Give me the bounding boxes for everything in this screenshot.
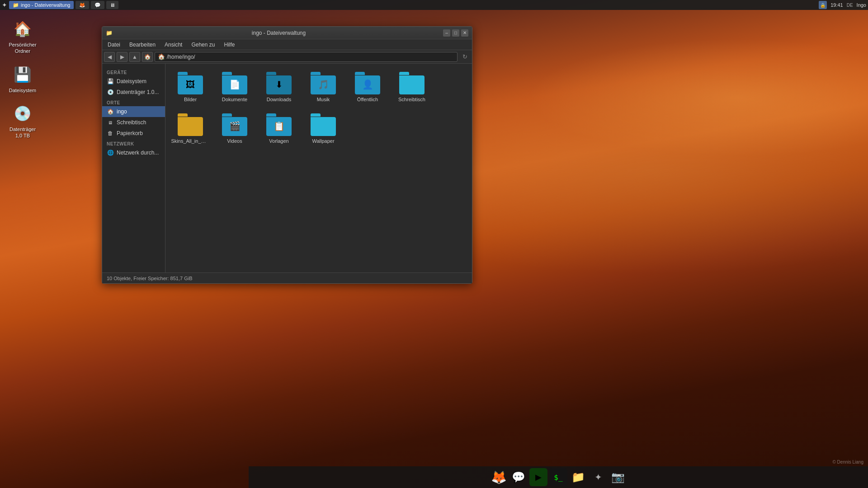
sidebar-item-datentræger[interactable]: 💿 Datenträger 1.0... [102,87,165,98]
tray-icon-1[interactable]: 🦊 [75,1,89,9]
sidebar-section-geraete: GERÄTE [102,67,165,76]
sidebar: GERÄTE 💾 Dateisystem 💿 Datenträger 1.0..… [102,64,165,272]
skins-folder-overlay [178,116,203,136]
folder-bilder[interactable]: 🖼 Bilder [170,68,211,106]
drive-label: Datenträger1,0 TB [9,126,36,139]
status-text: 10 Objekte, Freier Speicher: 851,7 GiB [107,276,193,281]
sidebar-item-ingo[interactable]: 🏠 ingo [102,106,165,117]
skins-label: Skins_All_in_One [171,138,210,144]
schreibtisch-folder-label: Schreibtisch [398,96,425,103]
netzwerk-label: Netzwerk durch... [117,150,159,156]
wallpaper-label: Wallpaper [312,138,334,144]
dokumente-folder-icon: 📄 [222,72,247,94]
folder-wallpaper[interactable]: Wallpaper [303,110,344,148]
window-controls: – □ ✕ [443,29,468,37]
dock-firefox[interactable]: 🦊 [490,468,508,486]
folder-vorlagen[interactable]: 📋 Vorlagen [259,110,299,148]
taskbar-top: ✦ 📁 ingo - Dateiverwaltung 🦊 💬 🖥 🔒 19:41… [0,0,868,10]
downloads-folder-overlay: ⬇ [266,75,292,94]
downloads-label: Downloads [267,96,291,103]
menu-ansicht[interactable]: Ansicht [161,41,186,49]
dock-files[interactable]: 📁 [569,468,587,486]
folder-schreibtisch[interactable]: Schreibtisch [392,68,432,106]
minimize-button[interactable]: – [443,29,450,37]
sidebar-section-netzwerk: NETZWERK [102,139,165,147]
sidebar-item-schreibtisch[interactable]: 🖥 Schreibtisch [102,117,165,128]
window-title-icon: 📁 [106,30,113,36]
datentræger-icon: 💿 [107,89,114,96]
schreibtisch-label: Schreibtisch [117,119,146,126]
address-home-icon: 🏠 [158,53,165,60]
sidebar-section-orte: ORTE [102,98,165,106]
window-body: GERÄTE 💾 Dateisystem 💿 Datenträger 1.0..… [102,64,472,272]
papierkorb-icon: 🗑 [107,130,114,137]
taskbar-left: ✦ 📁 ingo - Dateiverwaltung 🦊 💬 🖥 [2,1,118,9]
bilder-label: Bilder [184,96,197,103]
up-button[interactable]: ▲ [129,52,140,62]
desktop-icon-filesystem[interactable]: 💾 Dateisystem [5,64,41,94]
window-title: ingo - Dateiverwaltung [114,30,443,36]
refresh-button[interactable]: ↻ [459,52,470,62]
dock-plugin[interactable]: ✦ [589,468,607,486]
close-button[interactable]: ✕ [461,29,468,37]
app-title: ingo - Dateiverwaltung [21,2,70,8]
folder-videos[interactable]: 🎬 Videos [214,110,255,148]
folder-oeffentlich[interactable]: 👤 Öffentlich [347,68,388,106]
file-grid: 🖼 Bilder 📄 Dokumente [170,68,467,148]
tray-icon-2[interactable]: 💬 [91,1,104,9]
network-tray-icon[interactable]: 🔒 [819,1,827,9]
dock-terminal[interactable]: $_ [549,468,567,486]
sidebar-item-netzwerk[interactable]: 🌐 Netzwerk durch... [102,147,165,158]
sidebar-item-papierkorb[interactable]: 🗑 Papierkorb [102,128,165,139]
desktop-icon-personal[interactable]: 🏠 PersönlicherOrdner [5,18,41,55]
menu-bearbeiten[interactable]: Bearbeiten [126,41,159,49]
address-text: /home/ingo/ [167,54,195,60]
oeffentlich-folder-overlay: 👤 [355,75,380,94]
tray-icon-3[interactable]: 🖥 [106,1,118,9]
dock-mail[interactable]: 💬 [509,468,528,486]
address-bar[interactable]: 🏠 /home/ingo/ [155,52,458,62]
dateisystem-icon: 💾 [107,78,114,85]
menu-datei[interactable]: Datei [104,41,124,49]
desktop-icons-area: 🏠 PersönlicherOrdner 💾 Dateisystem 💿 Dat… [0,14,99,143]
schreibtisch-folder-icon [399,72,425,94]
netzwerk-icon: 🌐 [107,149,114,156]
dock-camera[interactable]: 📷 [609,468,627,486]
menu-gehen-zu[interactable]: Gehen zu [188,41,218,49]
musik-folder-icon: 🎵 [311,72,336,94]
username: Ingo [857,2,866,8]
vorlagen-folder-overlay: 📋 [266,116,292,136]
folder-dokumente[interactable]: 📄 Dokumente [214,68,255,106]
filesystem-icon: 💾 [12,64,33,85]
bilder-folder-overlay: 🖼 [178,75,203,94]
sidebar-item-dateisystem[interactable]: 💾 Dateisystem [102,76,165,87]
window-statusbar: 10 Objekte, Freier Speicher: 851,7 GiB [102,272,472,283]
dock-media[interactable]: ▶ [529,468,547,486]
window-toolbar: ◀ ▶ ▲ 🏠 🏠 /home/ingo/ ↻ [102,50,472,64]
folder-musik[interactable]: 🎵 Musik [303,68,344,106]
skins-folder-icon [178,113,203,136]
ingo-icon: 🏠 [107,108,114,115]
clock: 19:41 [830,2,843,8]
active-app-button[interactable]: 📁 ingo - Dateiverwaltung [9,1,74,9]
folder-downloads[interactable]: ⬇ Downloads [259,68,299,106]
desktop-icon-drive[interactable]: 💿 Datenträger1,0 TB [5,103,41,139]
maximize-button[interactable]: □ [452,29,459,37]
menu-hilfe[interactable]: Hilfe [220,41,238,49]
window-titlebar: 📁 ingo - Dateiverwaltung – □ ✕ [102,27,472,39]
folder-skins[interactable]: Skins_All_in_One [170,110,211,148]
videos-folder-icon: 🎬 [222,113,247,136]
copyright-text: © Dennis Liang [832,460,863,465]
file-area: 🖼 Bilder 📄 Dokumente [165,64,472,272]
filesystem-label: Dateisystem [9,87,37,94]
downloads-folder-icon: ⬇ [266,72,292,94]
file-manager-window: 📁 ingo - Dateiverwaltung – □ ✕ Datei Bea… [102,26,472,284]
oeffentlich-label: Öffentlich [357,96,378,103]
forward-button[interactable]: ▶ [117,52,127,62]
start-menu-icon[interactable]: ✦ [2,1,7,9]
back-button[interactable]: ◀ [104,52,115,62]
musik-folder-overlay: 🎵 [311,75,336,94]
musik-label: Musik [317,96,330,103]
home-button[interactable]: 🏠 [142,52,153,62]
dokumente-folder-overlay: 📄 [222,75,247,94]
